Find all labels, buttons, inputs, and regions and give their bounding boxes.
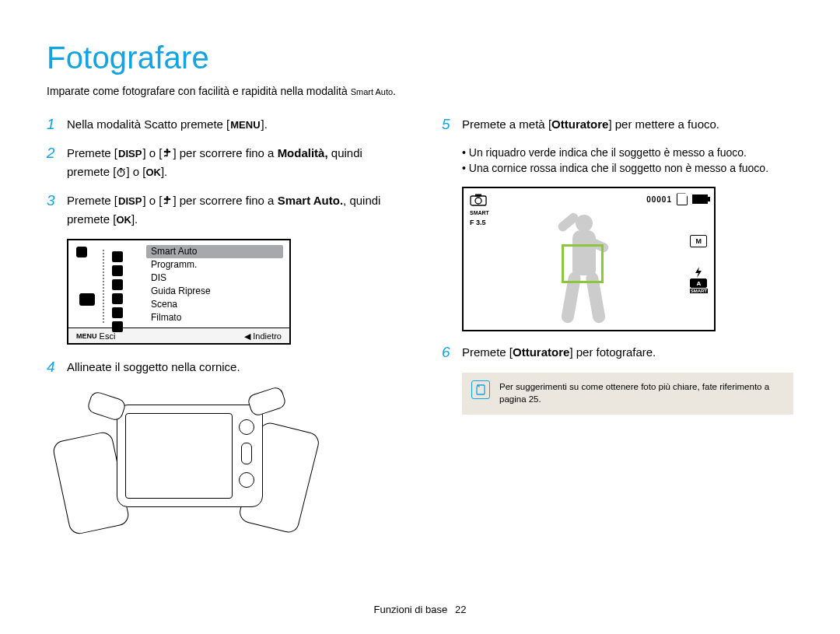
step-2-number: 2 [47, 145, 61, 182]
mode-menu-bar-left: MENU Esci [76, 331, 115, 342]
svg-point-12 [166, 196, 169, 198]
mode-item-guida-riprese: Guida Riprese [146, 285, 283, 298]
intro-part-a: Imparate come fotografare con facilità e… [47, 85, 351, 97]
mode-rail-dots [103, 250, 104, 323]
step-1-body: Nella modalità Scatto premete [MENU]. [67, 116, 398, 134]
preview-right-icons: M A SMART [690, 235, 708, 293]
menu-key: MENU [229, 118, 261, 133]
preview-top-left: SMART F 3.5 [470, 193, 489, 226]
counter-label: 00001 [646, 195, 672, 204]
svg-point-1 [164, 150, 166, 152]
step-1: 1 Nella modalità Scatto premete [MENU]. [47, 116, 398, 134]
step-5-bold: Otturatore [551, 117, 608, 131]
step-3: 3 Premete [DISP] o [] per scorrere fino … [47, 192, 398, 228]
intro-text: Imparate come fotografare con facilità e… [47, 85, 793, 97]
macro-flower-icon [162, 146, 173, 163]
disp-key: DISP [117, 147, 142, 162]
step-3-body: Premete [DISP] o [] per scorrere fino a … [67, 192, 398, 228]
ok-key-2: OK [116, 214, 131, 226]
svg-marker-17 [695, 267, 702, 278]
smart-mode-label: SMART [470, 210, 489, 215]
camera-hands-figure [67, 387, 308, 537]
step-3-text-b: ] o [ [142, 194, 162, 207]
svg-point-11 [169, 198, 171, 201]
camera-preview-figure: SMART F 3.5 00001 M A SMART [462, 187, 716, 331]
mode-rail-knob [79, 293, 95, 306]
flash-smart-label: SMART [690, 289, 708, 293]
intro-smart-auto: Smart Auto [351, 87, 393, 96]
step-6-text-a: Premete [ [462, 345, 513, 359]
mode-rail-icon-3 [112, 279, 123, 290]
svg-point-3 [166, 149, 169, 151]
svg-rect-15 [475, 194, 481, 197]
resolution-badge: M [690, 235, 707, 247]
step-4-number: 4 [47, 359, 61, 377]
menu-bar-left-label: Esci [100, 331, 116, 341]
step-2: 2 Premete [DISP] o [] per scorrere fino … [47, 145, 398, 182]
menu-bar-right-label: Indietro [253, 331, 282, 341]
step-1-text-b: ]. [261, 117, 268, 131]
step-6: 6 Premete [Otturatore] per fotografare. [442, 344, 793, 362]
camera-buttons-illustration [239, 419, 254, 488]
note-icon [471, 380, 490, 399]
content-columns: 1 Nella modalità Scatto premete [MENU]. … [47, 116, 793, 537]
camera-ring-btn-2 [239, 472, 254, 488]
preview-top-right: 00001 [646, 193, 708, 205]
page-title: Fotografare [47, 40, 793, 75]
note-text: Per suggerimenti su come ottenere foto p… [499, 380, 781, 405]
mode-item-scena: Scena [146, 298, 283, 311]
macro-flower-icon-2 [162, 194, 173, 211]
flash-auto-label: A [690, 278, 707, 288]
smart-mode-icon [470, 193, 489, 208]
left-thumb-illustration [86, 391, 127, 422]
step-6-text-b: ] per fotografare. [569, 345, 656, 359]
right-column: 5 Premete a metà [Otturatore] per metter… [442, 116, 793, 537]
camera-body-illustration [117, 405, 263, 507]
tip-note: Per suggerimenti su come ottenere foto p… [462, 373, 793, 415]
mode-rail-icon-5 [112, 307, 123, 318]
mode-rail-icon-6 [112, 321, 123, 332]
svg-point-10 [164, 198, 166, 201]
step-3-text-e: ]. [131, 212, 138, 226]
page-footer: Funzioni di base 22 [0, 604, 840, 615]
step-1-number: 1 [47, 116, 61, 134]
step-3-number: 3 [47, 192, 61, 228]
step-2-text-a: Premete [ [67, 146, 117, 159]
menu-bar-right-glyph: ◀ [244, 331, 250, 340]
step-3-text-c: ] per scorrere fino a [173, 194, 277, 207]
mode-rail-icon-2 [112, 265, 123, 276]
mode-menu-list: Smart Auto Programm. DIS Guida Riprese S… [146, 245, 283, 324]
menu-tab-icon [76, 247, 87, 257]
step-2-text-c: ] per scorrere fino a [173, 146, 277, 159]
step-3-text-a: Premete [ [67, 194, 117, 207]
left-column: 1 Nella modalità Scatto premete [MENU]. … [47, 116, 398, 537]
mode-menu-bar: MENU Esci ◀ Indietro [68, 328, 289, 344]
mode-item-programm: Programm. [146, 258, 283, 271]
svg-point-16 [475, 198, 481, 204]
flash-auto-icon: A SMART [690, 266, 708, 293]
mode-item-dis: DIS [146, 271, 283, 285]
ok-key: OK [145, 166, 161, 178]
right-thumb-illustration [247, 386, 287, 418]
step-2-text-b: ] o [ [142, 146, 162, 159]
bullet-focus-green: Un riquadro verde indica che il soggetto… [462, 145, 793, 160]
mode-rail-icon-4 [112, 293, 123, 304]
mode-menu-bar-right: ◀ Indietro [244, 331, 282, 342]
fnumber-label: F 3.5 [470, 219, 489, 226]
step-5-number: 5 [442, 116, 456, 134]
camera-ring-btn [239, 419, 254, 435]
step-5-text-b: ] per mettere a fuoco. [608, 117, 719, 131]
intro-dot: . [393, 85, 396, 97]
step-2-body: Premete [DISP] o [] per scorrere fino a … [67, 145, 398, 182]
disp-key-2: DISP [117, 194, 142, 209]
step-4-body: Allineate il soggetto nella cornice. [67, 359, 398, 377]
focus-frame-green [562, 244, 604, 283]
mode-rail [89, 250, 128, 323]
step-3-bold: Smart Auto. [278, 194, 343, 207]
svg-line-8 [124, 169, 125, 170]
footer-section: Funzioni di base [374, 604, 448, 615]
mode-menu-body: Smart Auto Programm. DIS Guida Riprese S… [68, 240, 289, 328]
step-5: 5 Premete a metà [Otturatore] per metter… [442, 116, 793, 134]
footer-page-number: 22 [455, 604, 466, 615]
resolution-badge-text: M [696, 237, 702, 245]
